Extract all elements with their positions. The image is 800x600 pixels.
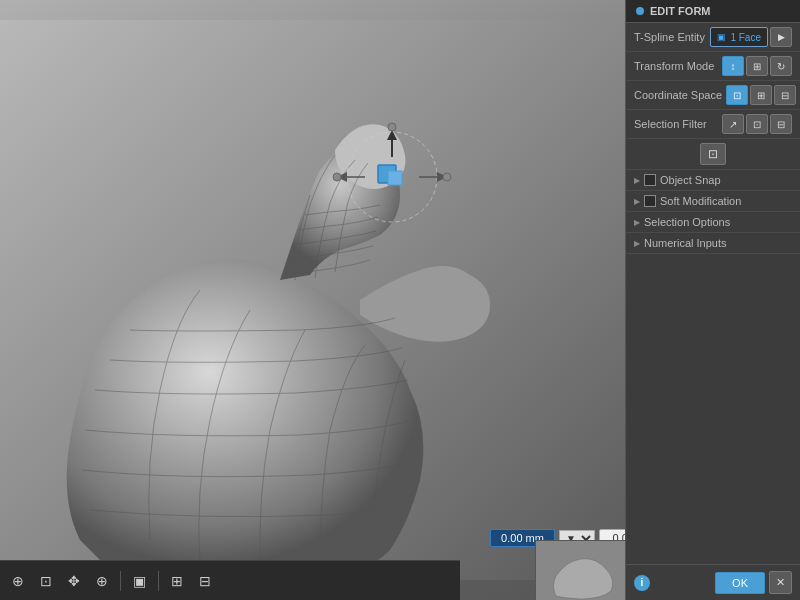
header-dot (636, 7, 644, 15)
ok-button[interactable]: OK (715, 572, 765, 594)
tspline-extra-btn[interactable]: ▶ (770, 27, 792, 47)
panel-footer: i OK ✕ (626, 564, 800, 600)
soft-mod-checkbox[interactable] (644, 195, 656, 207)
coord-space-row: Coordinate Space ⊡ ⊞ ⊟ (626, 81, 800, 110)
object-snap-checkbox-wrapper (644, 174, 656, 186)
selection-options-label: Selection Options (644, 216, 730, 228)
filter-controls: ↗ ⊡ ⊟ (722, 114, 792, 134)
bottom-toolbar: ⊕ ⊡ ✥ ⊕ ▣ ⊞ ⊟ (0, 560, 460, 600)
cancel-button[interactable]: ✕ (769, 571, 792, 594)
toolbar-icon-5[interactable]: ▣ (129, 571, 150, 591)
panel-spacer (626, 254, 800, 564)
filter-btn-3[interactable]: ⊟ (770, 114, 792, 134)
coord-btn-2[interactable]: ⊞ (750, 85, 772, 105)
extra-icon-row: ⊡ (626, 139, 800, 170)
extra-icon-btn[interactable]: ⊡ (700, 143, 726, 165)
coord-label: Coordinate Space (634, 89, 722, 101)
transform-controls: ↕ ⊞ ↻ (722, 56, 792, 76)
toolbar-icon-3[interactable]: ✥ (64, 571, 84, 591)
panel-title: EDIT FORM (650, 5, 711, 17)
numerical-inputs-label: Numerical Inputs (644, 237, 727, 249)
filter-btn-1[interactable]: ↗ (722, 114, 744, 134)
svg-point-10 (333, 173, 341, 181)
toolbar-icon-4[interactable]: ⊕ (92, 571, 112, 591)
sel-opt-chevron: ▶ (634, 218, 640, 227)
svg-point-11 (443, 173, 451, 181)
svg-point-12 (388, 123, 396, 131)
transform-btn-3[interactable]: ↻ (770, 56, 792, 76)
soft-modification-section[interactable]: ▶ Soft Modification (626, 191, 800, 212)
num-inp-chevron: ▶ (634, 239, 640, 248)
transform-mode-row: Transform Mode ↕ ⊞ ↻ (626, 52, 800, 81)
soft-mod-chevron: ▶ (634, 197, 640, 206)
object-snap-section[interactable]: ▶ Object Snap (626, 170, 800, 191)
filter-label: Selection Filter (634, 118, 718, 130)
coord-btn-3[interactable]: ⊟ (774, 85, 796, 105)
toolbar-icon-7[interactable]: ⊟ (195, 571, 215, 591)
soft-mod-checkbox-wrapper (644, 195, 656, 207)
selection-options-section[interactable]: ▶ Selection Options (626, 212, 800, 233)
transform-btn-2[interactable]: ⊞ (746, 56, 768, 76)
right-panel: EDIT FORM T-Spline Entity ▣ 1 Face ▶ Tra… (625, 0, 800, 600)
svg-rect-5 (388, 171, 402, 185)
tspline-label: T-Spline Entity (634, 31, 706, 43)
object-snap-chevron: ▶ (634, 176, 640, 185)
transform-label: Transform Mode (634, 60, 718, 72)
tspline-controls: ▣ 1 Face ▶ (710, 27, 792, 47)
thumbnail-overlay (535, 540, 625, 600)
tspline-value[interactable]: ▣ 1 Face (710, 27, 768, 47)
toolbar-icon-2[interactable]: ⊡ (36, 571, 56, 591)
toolbar-icon-6[interactable]: ⊞ (167, 571, 187, 591)
toolbar-separator-2 (158, 571, 159, 591)
soft-mod-label: Soft Modification (660, 195, 741, 207)
numerical-inputs-section[interactable]: ▶ Numerical Inputs (626, 233, 800, 254)
tspline-entity-row: T-Spline Entity ▣ 1 Face ▶ (626, 23, 800, 52)
coord-btn-1[interactable]: ⊡ (726, 85, 748, 105)
filter-btn-2[interactable]: ⊡ (746, 114, 768, 134)
info-icon[interactable]: i (634, 575, 650, 591)
main-container: ▼ ▼ ⊕ ⊕ ⊡ ✥ ⊕ ▣ ⊞ ⊟ (0, 0, 800, 600)
viewport[interactable]: ▼ ▼ ⊕ ⊕ ⊡ ✥ ⊕ ▣ ⊞ ⊟ (0, 0, 625, 600)
toolbar-separator (120, 571, 121, 591)
object-snap-checkbox[interactable] (644, 174, 656, 186)
coord-controls: ⊡ ⊞ ⊟ (726, 85, 796, 105)
selection-filter-row: Selection Filter ↗ ⊡ ⊟ (626, 110, 800, 139)
transform-btn-1[interactable]: ↕ (722, 56, 744, 76)
toolbar-icon-1[interactable]: ⊕ (8, 571, 28, 591)
panel-header: EDIT FORM (626, 0, 800, 23)
object-snap-label: Object Snap (660, 174, 721, 186)
